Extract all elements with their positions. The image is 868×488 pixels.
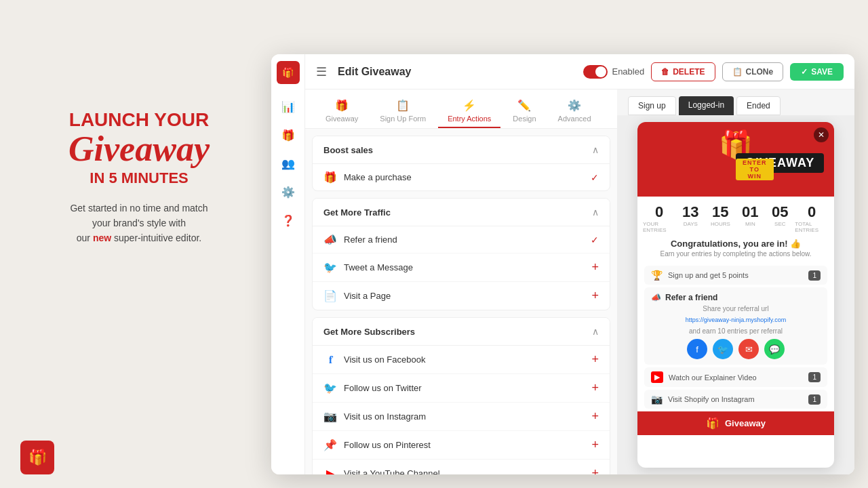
twitter2-icon: 🐦 (323, 382, 337, 394)
page-title: Edit Giveaway (338, 66, 576, 78)
tweet-add-icon[interactable]: + (591, 260, 599, 274)
wh-share-icon: 💬 (769, 344, 780, 354)
refer-friend-item[interactable]: 📣 Refer a friend ✓ (313, 226, 610, 253)
pinterest-label: Follow us on Pinterest (344, 440, 585, 450)
instagram-label: Visit Shopify on Instagram (668, 395, 803, 403)
twitter-add-icon[interactable]: + (591, 381, 599, 395)
dashboard-icon: 📊 (281, 100, 295, 113)
delete-button[interactable]: 🗑 DELETE (651, 62, 715, 81)
visit-youtube-item[interactable]: ▶ Visit a YouTube Channel + (313, 460, 610, 474)
refer-socials: f 🐦 ✉ 💬 (651, 339, 821, 359)
entry-tab-icon: ⚡ (462, 99, 476, 112)
preview-area: ✕ 🎁 GIVEAWAY ENTER TO WIN (617, 115, 854, 474)
bottom-logo: 🎁 (20, 441, 54, 474)
congrats-text: Congratulations, you are in! 👍 (637, 236, 834, 250)
users-icon: 👥 (281, 157, 295, 170)
tab-design[interactable]: ✏️ Design (503, 95, 545, 128)
video-label: Watch our Explainer Video (669, 373, 803, 382)
boost-chevron-icon: ∧ (592, 144, 599, 155)
tab-signup[interactable]: 📋 Sign Up Form (370, 95, 435, 128)
enabled-toggle[interactable] (583, 65, 608, 79)
tab-entry-label: Entry Actions (448, 115, 491, 123)
ninja-logo-icon: 🎁 (20, 441, 54, 474)
preview-tab-loggedin[interactable]: Logged-in (679, 96, 734, 115)
refer-earn: and earn 10 entries per referral (651, 327, 821, 335)
preview-tab-ended[interactable]: Ended (736, 96, 781, 115)
widget-footer[interactable]: 🎁 Giveaway (637, 411, 834, 435)
total-label: Total entries (795, 221, 829, 233)
fb-share-icon: f (696, 344, 698, 354)
sidebar-logo: 🎁 (277, 61, 300, 84)
facebook-label: Visit us on Facebook (344, 354, 585, 365)
more-subscribers-title: Get More Subscribers (323, 327, 415, 337)
design-tab-icon: ✏️ (517, 99, 531, 112)
purchase-check-icon: ✓ (591, 172, 599, 183)
make-purchase-item[interactable]: 🎁 Make a purchase ✓ (313, 164, 610, 190)
visit-page-item[interactable]: 📄 Visit a Page + (313, 282, 610, 310)
instagram-add-icon[interactable]: + (591, 409, 599, 424)
signup-badge: 1 (808, 270, 821, 281)
more-traffic-header[interactable]: Get More Traffic ∧ (313, 199, 610, 226)
min-label: MIN (745, 221, 755, 227)
trophy-icon: 🏆 (651, 270, 663, 281)
countdown-days: 13 DAYS (675, 203, 705, 233)
instagram-row[interactable]: 📷 Visit Shopify on Instagram 1 (644, 390, 827, 409)
advanced-tab-icon: ⚙️ (568, 99, 581, 112)
youtube-add-icon[interactable]: + (591, 466, 599, 474)
days-label: DAYS (684, 221, 698, 227)
tab-advanced[interactable]: ⚙️ Advanced (549, 95, 601, 128)
left-panel: 🎁 Giveaway 📋 Sign Up Form ⚡ Entry Action… (305, 89, 617, 474)
follow-pinterest-item[interactable]: 📌 Follow us on Pinterest + (313, 431, 610, 460)
follow-twitter-item[interactable]: 🐦 Follow us on Twitter + (313, 374, 610, 403)
facebook-share-button[interactable]: f (687, 339, 707, 359)
giveaway-tab-icon: 🎁 (335, 99, 349, 112)
body-area: 🎁 Giveaway 📋 Sign Up Form ⚡ Entry Action… (305, 89, 854, 474)
email-share-button[interactable]: ✉ (738, 339, 759, 359)
preview-tabs: Sign up Logged-in Ended (617, 89, 854, 115)
widget-close-button[interactable]: ✕ (814, 127, 829, 142)
hamburger-icon: ☰ (316, 65, 327, 79)
refer-title: 📣 Refer a friend (651, 293, 821, 302)
marketing-section: Launch Your Giveaway IN 5 MINUTES Get st… (34, 108, 244, 246)
save-button[interactable]: ✓ SAVE (790, 63, 844, 81)
sidebar-item-giveaways[interactable]: 🎁 (277, 123, 300, 146)
subscribers-chevron-icon: ∧ (592, 326, 599, 337)
days-num: 13 (682, 203, 698, 221)
signup-action-text: Sign up and get 5 points (668, 271, 803, 279)
visit-page-add-icon[interactable]: + (591, 289, 599, 303)
sidebar-item-settings[interactable]: ⚙️ (277, 180, 300, 203)
whatsapp-share-button[interactable]: 💬 (764, 339, 785, 359)
menu-button[interactable]: ☰ (316, 64, 327, 79)
sidebar: 🎁 📊 🎁 👥 ⚙️ ❓ (271, 54, 305, 474)
tab-giveaway[interactable]: 🎁 Giveaway (316, 95, 368, 128)
tab-entry-actions[interactable]: ⚡ Entry Actions (438, 95, 500, 128)
signup-action-row[interactable]: 🏆 Sign up and get 5 points 1 (644, 266, 827, 285)
app-window: 🎁 📊 🎁 👥 ⚙️ ❓ ☰ Edit Giveaway Enabled (271, 54, 854, 474)
tweet-label: Tweet a Message (344, 262, 585, 272)
widget-banner: 🎁 GIVEAWAY ENTER TO WIN (637, 122, 834, 197)
tweet-message-item[interactable]: 🐦 Tweet a Message + (313, 253, 610, 282)
clone-button[interactable]: 📋 CLONe (722, 62, 784, 81)
toggle-label: Enabled (612, 66, 644, 77)
instagram-label: Visit us on Instagram (344, 411, 585, 422)
widget-sub-text: Earn your entries by completing the acti… (637, 250, 834, 263)
sidebar-item-users[interactable]: 👥 (277, 152, 300, 175)
boost-sales-section: Boost sales ∧ 🎁 Make a purchase ✓ (312, 136, 610, 191)
boost-sales-title: Boost sales (323, 145, 373, 155)
hours-label: HOURS (711, 221, 730, 227)
boost-sales-header[interactable]: Boost sales ∧ (313, 136, 610, 164)
preview-tab-signup[interactable]: Sign up (628, 96, 676, 115)
visit-facebook-item[interactable]: 𝐟 Visit us on Facebook + (313, 346, 610, 374)
facebook-add-icon[interactable]: + (591, 352, 599, 367)
video-badge: 1 (808, 372, 821, 382)
twitter-share-button[interactable]: 🐦 (713, 339, 733, 359)
main-content: ☰ Edit Giveaway Enabled 🗑 DELETE 📋 CLONe… (305, 54, 854, 474)
visit-instagram-item[interactable]: 📷 Visit us on Instagram + (313, 403, 610, 431)
sidebar-item-help[interactable]: ❓ (277, 209, 300, 232)
sidebar-item-dashboard[interactable]: 📊 (277, 95, 300, 118)
page-icon: 📄 (323, 289, 337, 302)
pinterest-add-icon[interactable]: + (591, 438, 599, 452)
video-row[interactable]: ▶ Watch our Explainer Video 1 (644, 367, 827, 387)
more-subscribers-header[interactable]: Get More Subscribers ∧ (313, 318, 610, 346)
header: ☰ Edit Giveaway Enabled 🗑 DELETE 📋 CLONe… (305, 54, 854, 89)
